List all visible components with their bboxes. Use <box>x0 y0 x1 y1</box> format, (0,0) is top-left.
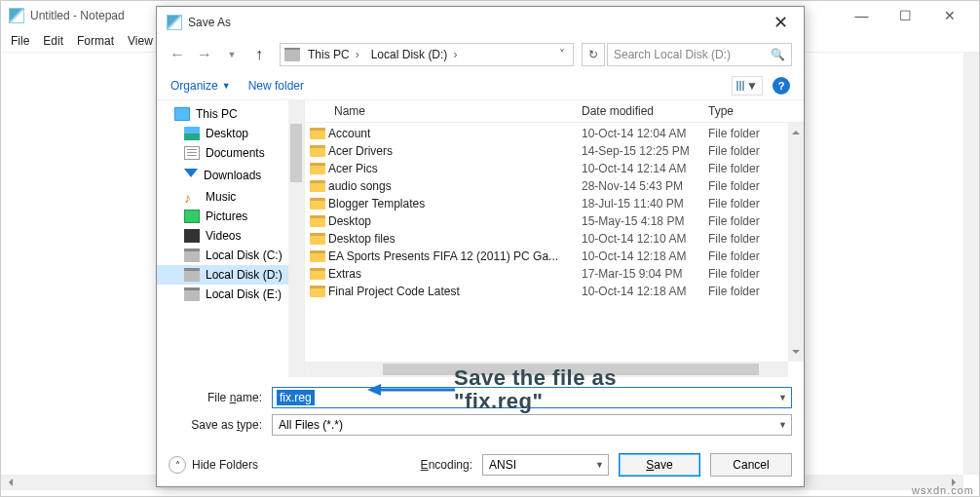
drive-icon <box>184 268 200 282</box>
file-row[interactable]: Blogger Templates18-Jul-15 11:40 PMFile … <box>305 195 788 212</box>
tree-documents[interactable]: Documents <box>157 143 304 163</box>
desktop-icon <box>184 127 200 140</box>
file-name: Desktop <box>328 214 582 228</box>
folder-icon <box>310 268 325 280</box>
save-as-dialog: Save As ✕ ← → ▼ ↑ This PC Local Disk (D:… <box>156 6 805 487</box>
file-row[interactable]: Desktop15-May-15 4:18 PMFile folder <box>305 212 788 230</box>
address-bar[interactable]: This PC Local Disk (D:) ˅ <box>280 43 574 66</box>
new-folder-button[interactable]: New folder <box>248 79 304 93</box>
v-scrollbar[interactable] <box>963 53 979 475</box>
folder-icon <box>310 215 325 227</box>
cancel-button[interactable]: Cancel <box>710 453 792 477</box>
folder-icon <box>310 233 325 245</box>
drive-icon <box>184 248 200 262</box>
folder-icon <box>310 250 325 262</box>
drive-icon <box>184 287 200 301</box>
dialog-close-button[interactable]: ✕ <box>768 12 794 33</box>
menu-edit[interactable]: Edit <box>43 34 63 48</box>
saveastype-select[interactable]: All Files (*.*) ▼ <box>272 414 792 436</box>
encoding-select[interactable]: ANSI ▼ <box>482 454 609 476</box>
file-date: 10-Oct-14 12:14 AM <box>582 162 708 175</box>
menu-file[interactable]: File <box>11 34 29 48</box>
file-date: 14-Sep-15 12:25 PM <box>582 144 708 158</box>
search-placeholder: Search Local Disk (D:) <box>614 48 731 61</box>
file-type: File folder <box>708 144 786 158</box>
file-row[interactable]: Final Project Code Latest10-Oct-14 12:18… <box>305 283 788 300</box>
file-date: 10-Oct-14 12:18 AM <box>582 249 708 263</box>
view-options-button[interactable]: ▼ <box>732 76 763 96</box>
close-button[interactable]: ✕ <box>927 2 971 29</box>
tree-local-disk-c[interactable]: Local Disk (C:) <box>157 246 304 265</box>
tree-desktop[interactable]: Desktop <box>157 124 304 143</box>
col-name[interactable]: Name <box>334 104 582 118</box>
folder-icon <box>310 128 325 139</box>
chevron-down-icon: ▼ <box>222 81 231 91</box>
chevron-down-icon[interactable]: ▼ <box>778 393 787 402</box>
file-list[interactable]: Account10-Oct-14 12:04 AMFile folderAcer… <box>305 123 804 377</box>
folder-icon <box>310 180 325 192</box>
dialog-icon <box>167 15 182 30</box>
tree-downloads[interactable]: Downloads <box>157 163 304 187</box>
file-name: Desktop files <box>328 232 582 246</box>
file-type: File folder <box>708 267 786 281</box>
filename-label: File name: <box>169 391 272 404</box>
file-date: 17-Mar-15 9:04 PM <box>582 267 708 281</box>
file-row[interactable]: Extras17-Mar-15 9:04 PMFile folder <box>305 265 788 283</box>
file-row[interactable]: Account10-Oct-14 12:04 AMFile folder <box>305 125 788 142</box>
file-name: audio songs <box>328 179 582 193</box>
tree-music[interactable]: ♪Music <box>157 187 304 207</box>
menu-format[interactable]: Format <box>77 34 114 48</box>
annotation-arrow-icon <box>367 383 455 397</box>
up-button[interactable]: ↑ <box>246 42 272 67</box>
file-row[interactable]: audio songs28-Nov-14 5:43 PMFile folder <box>305 177 788 195</box>
file-row[interactable]: Acer Pics10-Oct-14 12:14 AMFile folder <box>305 160 788 177</box>
hide-folders-button[interactable]: ˄ Hide Folders <box>169 456 258 474</box>
organize-button[interactable]: Organize ▼ <box>170 79 231 93</box>
col-date[interactable]: Date modified <box>582 104 708 118</box>
chevron-down-icon: ▼ <box>746 79 758 93</box>
breadcrumb-local-disk-d[interactable]: Local Disk (D:) <box>367 48 462 61</box>
chevron-down-icon: ▼ <box>595 460 604 470</box>
forward-button[interactable]: → <box>192 42 217 67</box>
file-list-v-scrollbar[interactable] <box>788 123 804 362</box>
file-name: Final Project Code Latest <box>328 285 582 298</box>
breadcrumb-this-pc[interactable]: This PC <box>304 48 363 61</box>
filename-value: fix.reg <box>277 390 315 405</box>
file-name: Acer Drivers <box>328 144 582 158</box>
tree-local-disk-e[interactable]: Local Disk (E:) <box>157 285 304 304</box>
file-date: 28-Nov-14 5:43 PM <box>582 179 708 193</box>
tree-videos[interactable]: Videos <box>157 226 304 246</box>
maximize-button[interactable]: ☐ <box>884 2 927 29</box>
file-type: File folder <box>708 162 786 175</box>
tree-pictures[interactable]: Pictures <box>157 207 304 226</box>
folder-icon <box>310 145 325 157</box>
file-row[interactable]: EA Sports Presents FIFA 12 (2011) PC Ga.… <box>305 248 788 265</box>
search-input[interactable]: Search Local Disk (D:) 🔍 <box>607 43 792 66</box>
saveastype-label: Save as type: <box>169 418 272 432</box>
col-type[interactable]: Type <box>708 104 786 118</box>
file-date: 15-May-15 4:18 PM <box>582 214 708 228</box>
nav-bar: ← → ▼ ↑ This PC Local Disk (D:) ˅ ↻ Sear… <box>157 38 804 71</box>
file-row[interactable]: Acer Drivers14-Sep-15 12:25 PMFile folde… <box>305 142 788 160</box>
file-type: File folder <box>708 214 786 228</box>
tree-local-disk-d[interactable]: Local Disk (D:) <box>157 265 304 285</box>
dialog-footer: ˄ Hide Folders Encoding: ANSI ▼ Save Can… <box>157 445 804 486</box>
list-view-icon <box>736 81 744 91</box>
file-date: 10-Oct-14 12:10 AM <box>582 232 708 246</box>
file-type: File folder <box>708 232 786 246</box>
file-type: File folder <box>708 197 786 210</box>
help-button[interactable]: ? <box>773 77 790 95</box>
address-dropdown-icon[interactable]: ˅ <box>555 48 569 61</box>
file-name: Account <box>328 127 582 140</box>
back-button[interactable]: ← <box>165 42 190 67</box>
file-list-pane: Name Date modified Type Account10-Oct-14… <box>305 100 804 377</box>
save-button[interactable]: Save <box>619 453 700 477</box>
annotation-text: Save the file as "fix.reg" <box>454 366 617 413</box>
file-row[interactable]: Desktop files10-Oct-14 12:10 AMFile fold… <box>305 230 788 248</box>
tree-scrollbar[interactable] <box>288 100 304 377</box>
menu-view[interactable]: View <box>128 34 153 48</box>
minimize-button[interactable]: — <box>840 2 884 29</box>
recent-dropdown[interactable]: ▼ <box>219 42 245 67</box>
tree-this-pc[interactable]: This PC <box>157 104 304 124</box>
refresh-button[interactable]: ↻ <box>582 43 605 66</box>
